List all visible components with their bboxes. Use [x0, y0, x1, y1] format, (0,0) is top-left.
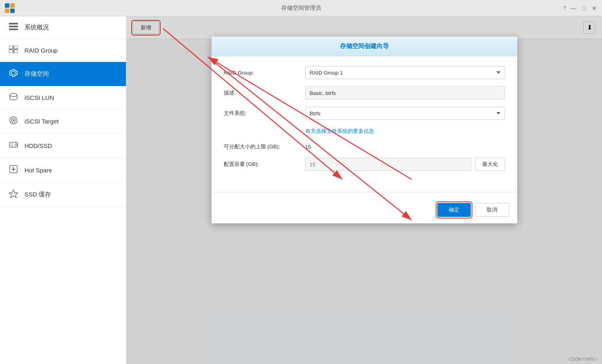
- alloc-size-container: 最大化: [305, 158, 505, 171]
- sidebar: 系统概况 RAID Group 存储空间: [0, 16, 126, 364]
- sidebar-item-ssd-cache-label: SSD 缓存: [24, 191, 51, 199]
- svg-rect-5: [9, 26, 18, 27]
- sidebar-item-raid-group-label: RAID Group: [24, 47, 58, 54]
- raid-group-value: RAID Group 1: [305, 66, 505, 79]
- raid-group-icon: [8, 46, 19, 55]
- ssd-cache-icon: [8, 189, 19, 200]
- svg-rect-3: [10, 9, 15, 13]
- modal-body: RAID Group: RAID Group 1 描述:: [212, 56, 517, 188]
- form-row-alloc-size: 配置容量 (GB): 最大化: [224, 158, 505, 171]
- hdd-ssd-icon: [8, 140, 19, 151]
- sidebar-item-overview-label: 系统概况: [24, 24, 49, 31]
- svg-rect-0: [5, 3, 9, 8]
- svg-point-18: [15, 144, 17, 146]
- restore-button[interactable]: □: [580, 4, 587, 12]
- svg-point-16: [13, 119, 14, 121]
- svg-point-13: [10, 93, 17, 97]
- storage-space-icon: [8, 68, 19, 79]
- form-row-info-link: 有关选择文件系统的更多信息: [224, 127, 505, 135]
- sidebar-item-iscsi-lun[interactable]: iSCSI LUN: [0, 86, 126, 109]
- sidebar-item-hdd-ssd[interactable]: HDD/SSD: [0, 134, 126, 158]
- app-logo: [4, 2, 15, 14]
- alloc-size-input[interactable]: [305, 158, 471, 171]
- filesystem-info-link[interactable]: 有关选择文件系统的更多信息: [305, 128, 374, 134]
- app-logo-icon: [4, 2, 15, 14]
- max-size-value: 15: [305, 143, 505, 150]
- minimize-button[interactable]: —: [569, 4, 577, 12]
- svg-marker-24: [9, 190, 18, 198]
- modal-header: 存储空间创建向导: [212, 37, 517, 56]
- svg-rect-7: [9, 46, 13, 49]
- sidebar-item-raid-group[interactable]: RAID Group: [0, 39, 126, 62]
- modal-dialog: 存储空间创建向导 RAID Group: RAID Group 1: [212, 37, 517, 223]
- sidebar-item-iscsi-target[interactable]: iSCSI Target: [0, 109, 126, 134]
- filesystem-label: 文件系统:: [224, 110, 305, 117]
- modal-footer: 确定 取消: [212, 199, 517, 223]
- sidebar-item-hdd-ssd-label: HDD/SSD: [24, 142, 52, 149]
- svg-rect-17: [9, 142, 18, 147]
- filesystem-value: Btrfs: [305, 107, 505, 120]
- sidebar-item-storage-space-label: 存储空间: [24, 70, 49, 78]
- alloc-size-row: 最大化: [305, 158, 505, 171]
- close-button[interactable]: ✕: [591, 4, 598, 12]
- svg-rect-4: [9, 23, 18, 24]
- raid-group-select[interactable]: RAID Group 1: [305, 66, 505, 79]
- modal-overlay: 存储空间创建向导 RAID Group: RAID Group 1: [126, 16, 602, 364]
- info-link-container: 有关选择文件系统的更多信息: [305, 127, 505, 135]
- sidebar-item-iscsi-target-label: iSCSI Target: [24, 118, 59, 125]
- modal-divider: [212, 192, 517, 192]
- max-size-text: 15: [305, 144, 311, 150]
- svg-marker-11: [10, 69, 17, 77]
- modal-title: 存储空间创建向导: [340, 42, 389, 49]
- confirm-button[interactable]: 确定: [437, 203, 471, 217]
- form-row-max-size: 可分配大小的上限 (GB): 15: [224, 143, 505, 150]
- main-layout: 系统概况 RAID Group 存储空间: [0, 16, 602, 364]
- sidebar-item-storage-space[interactable]: 存储空间: [0, 62, 126, 86]
- svg-rect-1: [10, 3, 15, 8]
- form-row-filesystem: 文件系统: Btrfs: [224, 107, 505, 120]
- description-input[interactable]: [305, 86, 505, 99]
- filesystem-select[interactable]: Btrfs: [305, 107, 505, 120]
- svg-marker-12: [11, 71, 15, 75]
- overview-icon: [8, 23, 19, 32]
- maximize-button[interactable]: 最大化: [475, 158, 505, 171]
- sidebar-item-iscsi-lun-label: iSCSI LUN: [24, 94, 54, 101]
- svg-rect-8: [14, 46, 18, 49]
- svg-rect-10: [14, 50, 18, 53]
- titlebar: 存储空间管理员 ? — □ ✕: [0, 0, 602, 16]
- cancel-button[interactable]: 取消: [475, 203, 509, 217]
- sidebar-item-ssd-cache[interactable]: SSD 缓存: [0, 183, 126, 207]
- description-label: 描述:: [224, 89, 305, 97]
- sidebar-item-hot-spare-label: Hot Spare: [24, 167, 52, 174]
- sidebar-item-overview[interactable]: 系统概况: [0, 16, 126, 39]
- form-row-description: 描述:: [224, 86, 505, 99]
- titlebar-controls: ? — □ ✕: [563, 4, 598, 12]
- svg-rect-6: [9, 29, 18, 30]
- description-value: [305, 86, 505, 99]
- max-size-label: 可分配大小的上限 (GB):: [224, 143, 305, 150]
- app-title: 存储空间管理员: [281, 4, 321, 12]
- iscsi-target-icon: [8, 116, 19, 127]
- hot-spare-icon: [8, 165, 19, 176]
- form-row-raid-group: RAID Group: RAID Group 1: [224, 66, 505, 79]
- alloc-size-label: 配置容量 (GB):: [224, 161, 305, 168]
- content-area: 新增 ⬇ 存储空间创建向导 RAID Group:: [126, 16, 602, 364]
- svg-rect-9: [9, 50, 13, 53]
- raid-group-label: RAID Group:: [224, 70, 305, 76]
- help-button[interactable]: ?: [563, 5, 566, 11]
- iscsi-lun-icon: [8, 93, 19, 102]
- sidebar-item-hot-spare[interactable]: Hot Spare: [0, 158, 126, 183]
- svg-rect-2: [5, 9, 9, 13]
